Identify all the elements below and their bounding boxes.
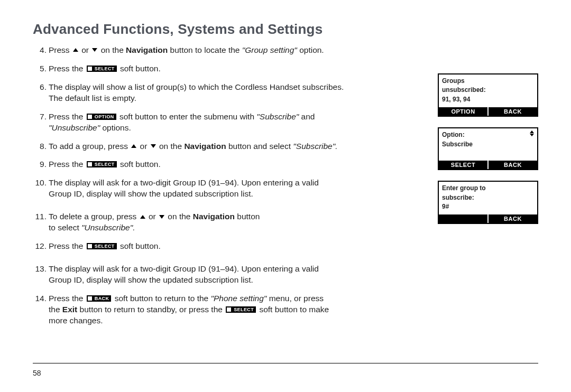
- text: options.: [102, 123, 131, 132]
- text: on the: [168, 212, 192, 221]
- quoted: "Phone setting": [211, 294, 267, 303]
- select-softkey-icon: SELECT: [87, 66, 117, 72]
- screen-footer: BACK: [439, 214, 537, 223]
- softkey-right: BACK: [489, 161, 537, 169]
- text: button to locate the: [170, 45, 242, 54]
- text: The default list is empty.: [49, 94, 136, 102]
- screen-line: 91, 93, 94: [442, 95, 534, 104]
- step-num: 9.: [33, 159, 47, 170]
- screen-body: Option: Subscribe: [439, 128, 537, 161]
- quoted: "Subscribe": [256, 112, 299, 121]
- text: or: [149, 212, 158, 221]
- screen-line: Subscribe: [442, 140, 534, 149]
- text: Group ID, display will show the updated …: [49, 275, 253, 284]
- step-4: 4. Press or on the Navigation button to …: [33, 45, 426, 56]
- arrow-down-icon: [92, 48, 97, 52]
- text: soft button.: [120, 160, 161, 169]
- softkey-right: BACK: [489, 214, 537, 223]
- step-num: 13.: [33, 264, 47, 275]
- screen-body: Groups unsubscribed: 91, 93, 94: [439, 74, 537, 107]
- text: soft button to return to the: [115, 294, 211, 303]
- arrow-up-icon: [140, 215, 145, 219]
- text: or: [140, 142, 150, 151]
- softkey-right: BACK: [489, 107, 537, 116]
- text: button: [237, 212, 260, 221]
- text: soft button to enter the submenu with: [119, 112, 256, 121]
- navigation-label: Navigation: [126, 45, 168, 54]
- text: on the: [159, 142, 184, 151]
- text: Press the: [49, 241, 86, 250]
- navigation-label: Navigation: [193, 212, 235, 221]
- arrow-up-icon: [73, 48, 78, 52]
- text: Press the: [49, 112, 86, 121]
- text: on the: [101, 45, 126, 54]
- footer-rule: [33, 363, 538, 363]
- text: the: [49, 305, 62, 314]
- text: The display will ask for a two-digit Gro…: [49, 178, 319, 187]
- arrow-down-icon: [159, 215, 164, 219]
- text: Press the: [49, 294, 86, 303]
- text: and: [301, 112, 315, 121]
- step-11: 11. To delete a group, press or on the N…: [33, 211, 426, 234]
- screen-footer: SELECT BACK: [439, 161, 537, 169]
- text: To add a group, press: [49, 142, 130, 151]
- text: Press: [49, 45, 72, 54]
- navigation-label: Navigation: [184, 142, 226, 151]
- screen-footer: OPTION BACK: [439, 107, 537, 116]
- text: soft button to make: [259, 305, 329, 314]
- quoted: "Subscribe".: [293, 142, 337, 151]
- step-num: 11.: [33, 211, 47, 222]
- page-title: Advanced Functions, Systems and Settings: [33, 21, 538, 38]
- step-9: 9. Press the SELECT soft button.: [33, 159, 426, 170]
- text: Group ID, display will show the updated …: [49, 189, 253, 198]
- screen-body: Enter group to subscribe: 9#: [439, 182, 537, 214]
- softkey-left: OPTION: [439, 107, 487, 116]
- quoted: "Group setting": [242, 45, 297, 54]
- quoted: "Unsubscribe".: [81, 223, 135, 232]
- step-num: 8.: [33, 141, 47, 152]
- back-softkey-icon: BACK: [87, 295, 112, 302]
- step-7: 7. Press the OPTION soft button to enter…: [33, 111, 426, 134]
- softkey-left: [439, 214, 487, 223]
- text: soft button.: [120, 64, 161, 73]
- screen-line: unsubscribed:: [442, 86, 534, 95]
- updown-arrows-icon: [530, 130, 534, 137]
- text: more changes.: [49, 316, 103, 325]
- steps-list: 4. Press or on the Navigation button to …: [33, 45, 426, 326]
- handset-screen-groups: Groups unsubscribed: 91, 93, 94 OPTION B…: [438, 73, 538, 117]
- text: option.: [299, 45, 324, 54]
- step-num: 4.: [33, 45, 47, 56]
- arrow-down-icon: [151, 144, 156, 148]
- step-num: 10.: [33, 178, 47, 189]
- step-5: 5. Press the SELECT soft button.: [33, 63, 426, 74]
- select-softkey-icon: SELECT: [87, 161, 117, 167]
- screen-line: Option:: [442, 130, 534, 139]
- screen-line: Groups: [442, 77, 534, 86]
- step-8: 8. To add a group, press or on the Navig…: [33, 141, 426, 152]
- text: The display will ask for a two-digit Gro…: [49, 264, 319, 273]
- screen-line: Enter group to: [442, 184, 534, 193]
- text: button to return to standby, or press th…: [80, 305, 225, 314]
- text: menu, or press: [269, 294, 324, 303]
- screen-line: subscribe:: [442, 193, 534, 202]
- text: button and select: [228, 142, 293, 151]
- text: or: [81, 45, 91, 54]
- handset-screens-column: Groups unsubscribed: 91, 93, 94 OPTION B…: [438, 73, 538, 334]
- select-softkey-icon: SELECT: [226, 306, 256, 313]
- handset-screen-option: Option: Subscribe SELECT BACK: [438, 127, 538, 170]
- arrow-up-icon: [131, 144, 136, 148]
- step-14: 14. Press the BACK soft button to return…: [33, 293, 426, 326]
- screen-line: 9#: [442, 202, 534, 211]
- exit-label: Exit: [62, 305, 77, 314]
- option-softkey-icon: OPTION: [87, 114, 116, 120]
- step-num: 12.: [33, 241, 47, 252]
- content-row: 4. Press or on the Navigation button to …: [33, 45, 538, 334]
- text: to select: [49, 223, 81, 232]
- step-10: 10. The display will ask for a two-digit…: [33, 178, 426, 200]
- step-num: 7.: [33, 111, 47, 123]
- steps-column: 4. Press or on the Navigation button to …: [33, 45, 426, 334]
- text: To delete a group, press: [49, 212, 139, 221]
- text: Press the: [49, 64, 86, 73]
- step-num: 14.: [33, 293, 47, 304]
- step-num: 6.: [33, 82, 47, 93]
